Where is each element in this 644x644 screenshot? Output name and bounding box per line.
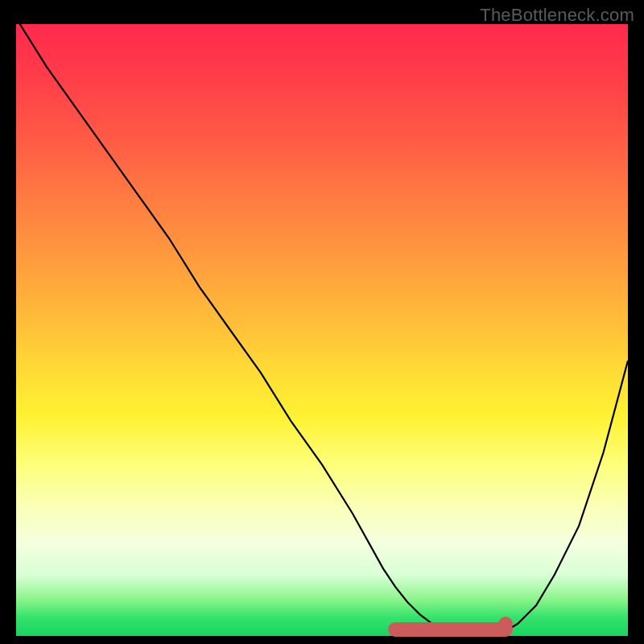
- optimal-point-dot: [498, 617, 513, 631]
- bottleneck-curve: [16, 24, 628, 636]
- chart-plot-area: [16, 24, 628, 636]
- attribution-text: TheBottleneck.com: [480, 5, 634, 26]
- optimal-range-marker: [388, 622, 513, 637]
